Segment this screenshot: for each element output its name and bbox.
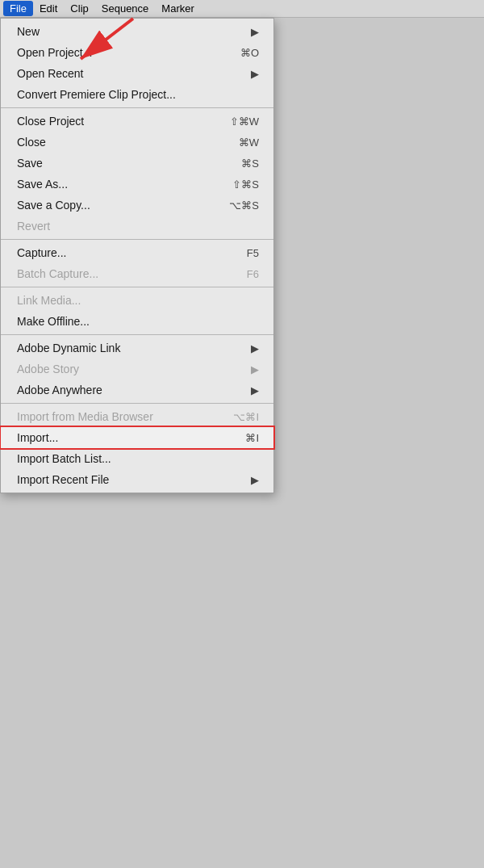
menu-item-batch-capture---: Batch Capture...F6 [1,263,273,284]
menu-item-shortcut: ⌘S [241,157,259,170]
menu-item-close-project[interactable]: Close Project⇧⌘W [1,111,273,132]
menu-item-shortcut: ▶ [251,342,259,354]
menu-item-convert-premiere-clip-project---[interactable]: Convert Premiere Clip Project... [1,84,273,105]
menu-item-shortcut: ⇧⌘S [232,178,259,191]
menu-file[interactable]: File [3,1,33,16]
menu-item-import-batch-list---[interactable]: Import Batch List... [1,448,273,469]
menu-item-adobe-anywhere[interactable]: Adobe Anywhere▶ [1,379,273,400]
menu-item-shortcut: F6 [247,268,259,280]
menu-item-shortcut: ⇧⌘W [230,115,259,128]
menu-item-shortcut: ▶ [251,363,259,375]
menu-section-2: Capture...F5Batch Capture...F6 [1,240,273,287]
menu-marker[interactable]: Marker [155,1,200,16]
menu-sequence[interactable]: Sequence [95,1,156,16]
menu-item-open-project---[interactable]: Open Project...⌘O [1,42,273,63]
menu-item-shortcut: ⌘I [245,432,259,444]
menu-item-label: Open Recent [17,67,235,80]
menu-item-label: Adobe Story [17,363,235,375]
menu-item-label: Save a Copy... [17,199,213,212]
menu-section-1: Close Project⇧⌘WClose⌘WSave⌘SSave As...⇧… [1,108,273,240]
menu-item-label: Revert [17,220,243,233]
menu-section-3: Link Media...Make Offline... [1,287,273,335]
menu-item-link-media---: Link Media... [1,290,273,311]
menu-item-new[interactable]: New▶ [1,21,273,42]
menu-item-label: Batch Capture... [17,267,231,280]
menu-item-make-offline---[interactable]: Make Offline... [1,311,273,332]
menu-clip[interactable]: Clip [64,1,94,16]
menu-item-shortcut: ▶ [251,474,259,486]
menu-item-label: New [17,25,235,38]
menu-item-import-from-media-browser: Import from Media Browser⌥⌘I [1,406,273,427]
menu-item-label: Adobe Dynamic Link [17,342,235,354]
menu-item-label: Close [17,136,223,149]
menu-item-adobe-story: Adobe Story▶ [1,359,273,379]
menu-item-label: Open Project... [17,46,224,59]
menu-item-import---[interactable]: Import...⌘I [1,427,273,448]
menu-item-capture---[interactable]: Capture...F5 [1,242,273,263]
menu-item-shortcut: ⌘W [239,136,259,149]
menu-item-open-recent[interactable]: Open Recent▶ [1,63,273,84]
menu-item-label: Make Offline... [17,315,243,328]
menu-item-save[interactable]: Save⌘S [1,153,273,174]
menu-item-label: Import from Media Browser [17,410,217,423]
file-dropdown-menu: New▶Open Project...⌘OOpen Recent▶Convert… [0,18,274,493]
menu-item-adobe-dynamic-link[interactable]: Adobe Dynamic Link▶ [1,338,273,359]
menu-item-label: Save As... [17,178,216,191]
menu-item-save-as---[interactable]: Save As...⇧⌘S [1,174,273,195]
menu-item-shortcut: ⌘O [240,47,259,59]
menu-item-shortcut: ▶ [251,68,259,80]
menu-item-save-a-copy---[interactable]: Save a Copy...⌥⌘S [1,195,273,216]
menu-section-4: Adobe Dynamic Link▶Adobe Story▶Adobe Any… [1,335,273,404]
menu-item-label: Save [17,157,225,170]
menu-bar: File Edit Clip Sequence Marker [0,0,484,18]
menu-section-0: New▶Open Project...⌘OOpen Recent▶Convert… [1,19,273,108]
menu-section-5: Import from Media Browser⌥⌘IImport...⌘II… [1,404,273,493]
menu-item-label: Convert Premiere Clip Project... [17,88,243,101]
menu-item-shortcut: ▶ [251,26,259,38]
menu-item-shortcut: ⌥⌘I [233,411,259,423]
menu-item-label: Close Project [17,115,214,128]
menu-item-shortcut: ▶ [251,384,259,396]
menu-item-label: Import Batch List... [17,452,243,465]
menu-item-revert: Revert [1,216,273,237]
menu-item-import-recent-file[interactable]: Import Recent File▶ [1,469,273,490]
menu-item-shortcut: F5 [247,247,259,259]
menu-item-shortcut: ⌥⌘S [229,199,259,212]
menu-item-label: Link Media... [17,294,243,307]
menu-item-label: Import... [17,431,229,444]
menu-edit[interactable]: Edit [33,1,64,16]
menu-item-label: Adobe Anywhere [17,384,235,396]
menu-item-close[interactable]: Close⌘W [1,132,273,153]
menu-item-label: Capture... [17,246,231,259]
menu-item-label: Import Recent File [17,473,235,486]
